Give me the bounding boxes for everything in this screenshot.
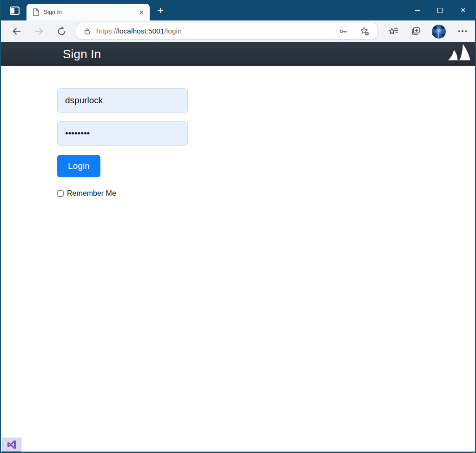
minimize-button[interactable] (406, 0, 429, 20)
password-input[interactable] (57, 121, 188, 146)
forward-button-disabled (32, 24, 46, 39)
maximize-button[interactable] (429, 0, 451, 20)
username-input[interactable] (57, 88, 188, 113)
new-tab-button[interactable]: + (153, 4, 167, 18)
maximize-icon (437, 8, 443, 13)
add-favorite-icon[interactable] (360, 27, 369, 36)
browser-titlebar: Sign In ✕ + ✕ (1, 0, 475, 20)
password-manager-icon[interactable] (339, 27, 348, 36)
window-close-button[interactable]: ✕ (451, 0, 475, 20)
back-arrow-icon (12, 26, 22, 36)
window-controls: ✕ (406, 0, 475, 20)
tab-close-icon[interactable]: ✕ (139, 9, 144, 15)
visual-studio-taskbar-badge[interactable] (2, 438, 21, 452)
forward-arrow-icon (34, 26, 44, 36)
url-host: localhost:5001 (118, 27, 165, 35)
remember-me-row: Remember Me (57, 189, 188, 198)
refresh-button[interactable] (54, 24, 69, 39)
login-form: Login Remember Me (57, 88, 188, 198)
favorites-star-icon (388, 27, 398, 36)
url-path: /login (165, 27, 182, 35)
lock-icon[interactable] (84, 27, 91, 35)
login-button[interactable]: Login (57, 155, 100, 177)
tab-title: Sign In (44, 9, 139, 15)
vertical-tabs-icon (10, 7, 20, 15)
site-navbar: Sign In (1, 42, 475, 66)
shark-fin-logo-icon (446, 43, 473, 66)
visual-studio-icon (7, 440, 17, 449)
page-favicon-icon (33, 8, 39, 16)
remember-me-checkbox[interactable] (57, 190, 64, 197)
url-text[interactable]: https://localhost:5001/login (96, 27, 339, 35)
collections-button[interactable] (408, 24, 423, 39)
tab-actions-menu-button[interactable] (7, 5, 21, 16)
back-button[interactable] (9, 24, 24, 39)
profile-avatar[interactable] (431, 24, 446, 39)
minimize-icon (415, 10, 420, 11)
avatar-image (432, 25, 446, 39)
ellipsis-icon (458, 30, 467, 32)
page-content: Login Remember Me (1, 66, 475, 452)
browser-toolbar: https://localhost:5001/login (1, 20, 475, 42)
browser-tab[interactable]: Sign In ✕ (26, 4, 150, 20)
favorites-button[interactable] (385, 24, 400, 39)
remember-me-label[interactable]: Remember Me (67, 189, 116, 198)
browser-window: Sign In ✕ + ✕ (0, 0, 476, 453)
url-scheme: https:// (96, 27, 118, 35)
settings-more-button[interactable] (455, 24, 470, 39)
refresh-icon (57, 27, 66, 36)
address-bar[interactable]: https://localhost:5001/login (76, 23, 377, 39)
page-title: Sign In (63, 47, 101, 61)
window-close-icon: ✕ (460, 7, 466, 13)
collections-icon (410, 27, 421, 36)
